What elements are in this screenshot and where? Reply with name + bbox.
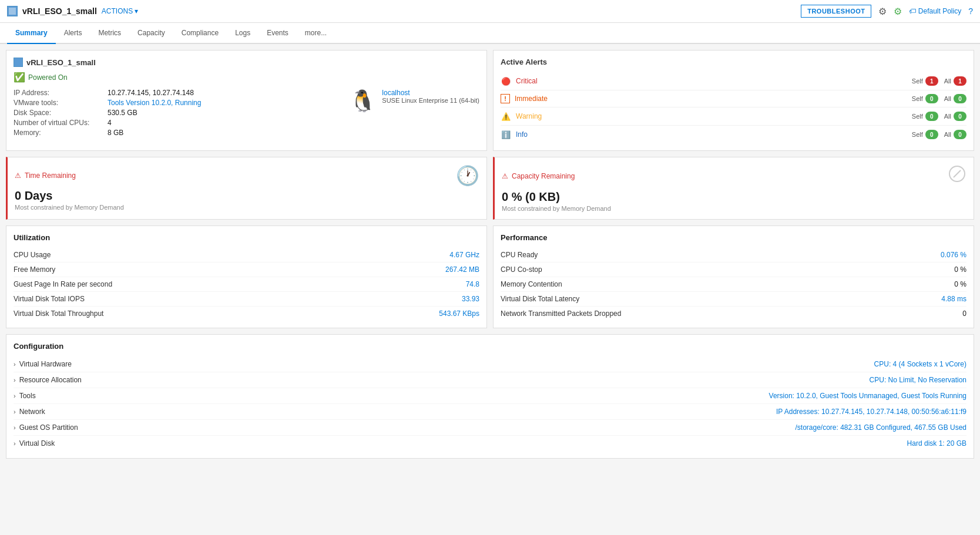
ip-row: IP Address: 10.27.74.145, 10.27.74.148 <box>14 89 314 97</box>
guest-os-partition-left: › Guest OS Partition <box>14 423 78 432</box>
memory-contention-value: 0 % <box>954 280 966 288</box>
network-label: Network <box>19 408 45 416</box>
critical-alert-name[interactable]: Critical <box>516 77 912 85</box>
tab-alerts[interactable]: Alerts <box>56 23 90 44</box>
cpu-usage-row: CPU Usage 4.67 GHz <box>14 248 479 263</box>
warning-alert-icon: ⚠️ <box>501 111 511 122</box>
guest-os-partition-label: Guest OS Partition <box>19 423 78 432</box>
virtual-disk-label: Virtual Disk <box>19 439 55 447</box>
network-packets-value: 0 <box>962 309 966 318</box>
main-content: vRLI_ESO_1_small ✅ Powered On IP Address… <box>0 44 980 465</box>
immediate-all-count: All 0 <box>944 94 966 103</box>
tab-logs[interactable]: Logs <box>227 23 259 44</box>
actions-button[interactable]: ACTIONS ▾ <box>102 7 138 15</box>
page-in-rate-value: 74.8 <box>466 280 479 288</box>
active-alerts-title: Active Alerts <box>501 58 966 66</box>
network-row[interactable]: › Network IP Addresses: 10.27.74.145, 10… <box>14 404 966 420</box>
tab-events[interactable]: Events <box>259 23 297 44</box>
policy-link[interactable]: 🏷 Default Policy <box>909 7 961 15</box>
cpu-usage-label: CPU Usage <box>14 251 51 259</box>
vm-info-details: IP Address: 10.27.74.145, 10.27.74.148 V… <box>14 89 314 139</box>
virtual-hardware-value: CPU: 4 (4 Sockets x 1 vCore) <box>874 360 966 368</box>
immediate-self-count: Self 0 <box>912 94 938 103</box>
critical-self-badge: 1 <box>925 76 938 86</box>
info-alert-name[interactable]: Info <box>516 130 912 139</box>
info-self-count: Self 0 <box>912 130 938 139</box>
resource-allocation-left: › Resource Allocation <box>14 376 82 384</box>
warning-self-count: Self 0 <box>912 112 938 121</box>
tab-capacity[interactable]: Capacity <box>129 23 173 44</box>
tools-label: Tools <box>19 392 36 400</box>
vm-info-grid: IP Address: 10.27.74.145, 10.27.74.148 V… <box>14 89 479 139</box>
ip-label: IP Address: <box>14 89 108 97</box>
disk-throughput-value: 543.67 KBps <box>439 309 479 318</box>
critical-self-count: Self 1 <box>912 76 938 86</box>
help-icon[interactable]: ? <box>968 6 973 16</box>
cpu-count-row: Number of virtual CPUs: 4 <box>14 119 314 127</box>
vm-card-title: vRLI_ESO_1_small <box>26 58 96 67</box>
active-alerts-card: Active Alerts 🔴 Critical Self 1 All 1 ! … <box>493 50 974 151</box>
os-hostname[interactable]: localhost <box>382 89 479 97</box>
immediate-all-badge: 0 <box>954 94 966 103</box>
free-memory-label: Free Memory <box>14 265 55 274</box>
performance-title: Performance <box>501 233 966 242</box>
utilization-card: Utilization CPU Usage 4.67 GHz Free Memo… <box>6 226 487 328</box>
cpu-ready-value: 0.076 % <box>941 251 966 259</box>
header-right: TROUBLESHOOT ⚙ ⚙ 🏷 Default Policy ? <box>801 5 973 18</box>
os-name: SUSE Linux Enterprise 11 (64-bit) <box>382 97 479 104</box>
disk-throughput-label: Virtual Disk Total Throughput <box>14 309 103 318</box>
virtual-disk-left: › Virtual Disk <box>14 439 55 447</box>
tools-value: Version: 10.2.0, Guest Tools Unmanaged, … <box>769 392 966 400</box>
capacity-remaining-header: ⚠ Capacity Remaining <box>502 164 966 188</box>
page-in-rate-row: Guest Page In Rate per second 74.8 <box>14 277 479 292</box>
virtual-hardware-row[interactable]: › Virtual Hardware CPU: 4 (4 Sockets x 1… <box>14 356 966 372</box>
tag-icon: 🏷 <box>909 7 916 15</box>
settings-icon-2[interactable]: ⚙ <box>894 6 902 17</box>
gauge-icon <box>948 164 966 188</box>
cpu-usage-value: 4.67 GHz <box>449 251 479 259</box>
troubleshoot-button[interactable]: TROUBLESHOOT <box>801 5 871 18</box>
virtual-disk-row[interactable]: › Virtual Disk Hard disk 1: 20 GB <box>14 436 966 451</box>
info-alert-icon: ℹ️ <box>501 129 511 140</box>
chevron-right-icon-2: › <box>14 376 16 383</box>
disk-latency-label: Virtual Disk Total Latency <box>501 295 579 303</box>
vmware-tools-row: VMware tools: Tools Version 10.2.0, Runn… <box>14 99 314 107</box>
tab-compliance[interactable]: Compliance <box>173 23 227 44</box>
check-circle-icon: ✅ <box>14 72 25 83</box>
time-remaining-value: 0 Days <box>15 189 479 203</box>
tab-more[interactable]: more... <box>297 23 335 44</box>
time-remaining-card: ⚠ Time Remaining 🕐 0 Days Most constrain… <box>6 157 487 220</box>
clock-icon: 🕐 <box>456 164 479 187</box>
disk-space-row: Disk Space: 530.5 GB <box>14 109 314 117</box>
header-left: vRLI_ESO_1_small ACTIONS ▾ <box>7 6 138 16</box>
os-info: localhost SUSE Linux Enterprise 11 (64-b… <box>382 89 479 104</box>
disk-throughput-row: Virtual Disk Total Throughput 543.67 KBp… <box>14 307 479 321</box>
settings-icon-1[interactable]: ⚙ <box>878 6 887 17</box>
network-left: › Network <box>14 408 45 416</box>
network-packets-label: Network Transmitted Packets Dropped <box>501 309 621 318</box>
resource-allocation-row[interactable]: › Resource Allocation CPU: No Limit, No … <box>14 372 966 388</box>
warning-self-badge: 0 <box>925 112 938 121</box>
tab-summary[interactable]: Summary <box>7 23 56 44</box>
chevron-right-icon-4: › <box>14 408 16 415</box>
free-memory-value: 267.42 MB <box>445 265 479 274</box>
immediate-alert-name[interactable]: Immediate <box>515 95 912 103</box>
guest-os-partition-row[interactable]: › Guest OS Partition /storage/core: 482.… <box>14 420 966 436</box>
cpu-costop-value: 0 % <box>954 265 966 274</box>
network-value: IP Addresses: 10.27.74.145, 10.27.74.148… <box>776 408 966 416</box>
tab-metrics[interactable]: Metrics <box>90 23 129 44</box>
tools-row[interactable]: › Tools Version: 10.2.0, Guest Tools Unm… <box>14 388 966 404</box>
warning-alert-name[interactable]: Warning <box>516 112 912 120</box>
capacity-warning-icon: ⚠ <box>502 172 508 180</box>
vmware-tools-label: VMware tools: <box>14 99 108 107</box>
disk-iops-label: Virtual Disk Total IOPS <box>14 295 85 303</box>
vm-info-card: vRLI_ESO_1_small ✅ Powered On IP Address… <box>6 50 487 151</box>
resource-allocation-value: CPU: No Limit, No Reservation <box>870 376 966 384</box>
cpu-costop-row: CPU Co-stop 0 % <box>501 263 966 277</box>
chevron-down-icon: ▾ <box>135 7 138 15</box>
guest-os-partition-value: /storage/core: 482.31 GB Configured, 467… <box>795 423 966 432</box>
vm-info-header: vRLI_ESO_1_small <box>14 58 479 67</box>
vmware-tools-value[interactable]: Tools Version 10.2.0, Running <box>108 99 201 107</box>
time-remaining-label: Time Remaining <box>25 171 76 180</box>
ip-value: 10.27.74.145, 10.27.74.148 <box>108 89 194 97</box>
